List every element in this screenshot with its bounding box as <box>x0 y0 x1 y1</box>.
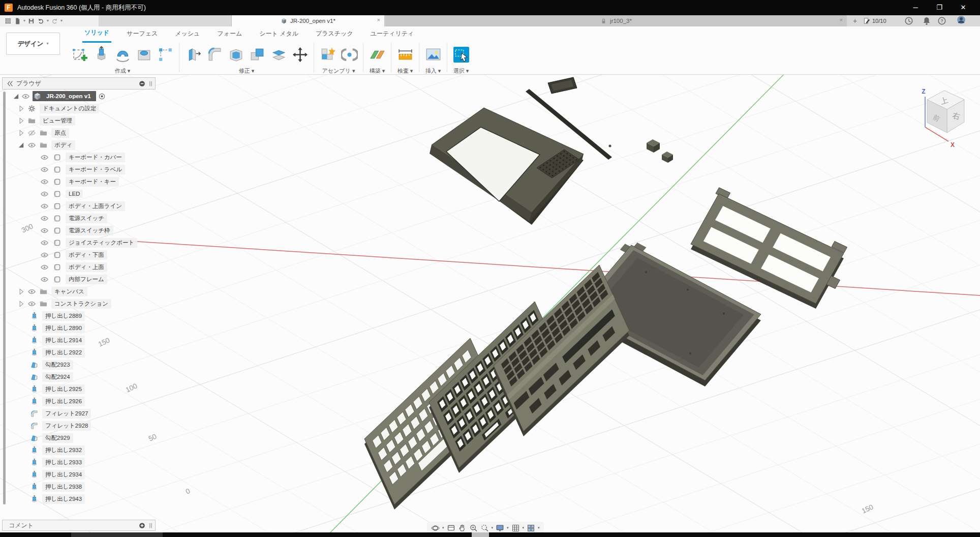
eye-icon[interactable] <box>41 178 48 186</box>
expand-icon[interactable] <box>17 300 25 308</box>
viewcube[interactable]: 上右前ZX <box>922 88 964 148</box>
expand-icon[interactable] <box>17 141 25 149</box>
tree-row[interactable]: コンストラクション <box>2 297 156 310</box>
tool-joint-icon[interactable] <box>339 43 359 66</box>
tool-shell-icon[interactable] <box>226 43 246 66</box>
tree-row[interactable]: フィレット2928 <box>2 420 156 432</box>
tree-row[interactable]: キーボード・カバー <box>2 151 156 163</box>
tree-row[interactable]: ジョイスティックポート <box>2 236 156 249</box>
tree-row[interactable]: 押し出し2943 <box>2 493 156 505</box>
tool-pattern-icon[interactable] <box>155 43 175 66</box>
ribbon-tab-ソリッド[interactable]: ソリッド <box>82 26 111 43</box>
chevron-down-icon[interactable]: ▾ <box>60 18 63 23</box>
tool-new-component-icon[interactable] <box>318 43 338 66</box>
tree-row[interactable]: ビュー管理 <box>2 114 156 127</box>
tree-row[interactable]: キーボード・キー <box>2 175 156 188</box>
viewports-icon[interactable] <box>527 524 535 532</box>
ribbon-group-label[interactable]: 構築 ▾ <box>370 67 385 75</box>
tree-row[interactable]: キーボード・ラベル <box>2 163 156 175</box>
browser-panel-header[interactable]: ブラウザ <box>2 77 156 90</box>
tree-row[interactable]: LED <box>2 188 156 200</box>
circle-plus-icon[interactable] <box>139 522 145 529</box>
tool-offset-face-icon[interactable] <box>268 43 289 66</box>
avatar[interactable] <box>957 15 967 26</box>
tab-jr100[interactable]: jr100_3* × <box>385 15 847 26</box>
grip-icon[interactable] <box>147 80 154 87</box>
chevron-down-icon[interactable]: ▾ <box>442 525 444 530</box>
tree-row[interactable]: 押し出し2926 <box>2 395 156 407</box>
tree-row[interactable]: 勾配2924 <box>2 371 156 383</box>
tree-row[interactable]: 勾配2923 <box>2 359 156 371</box>
tool-press-pull-icon[interactable] <box>183 43 203 66</box>
tool-hole-icon[interactable] <box>134 43 154 66</box>
tree-row[interactable]: 押し出し2925 <box>2 383 156 395</box>
tool-canvas-icon[interactable] <box>423 43 443 66</box>
close-tab-icon[interactable]: × <box>840 17 843 23</box>
eye-icon[interactable] <box>41 227 48 234</box>
tree-row[interactable]: 内部フレーム <box>2 273 156 285</box>
tree-row[interactable]: ボディ・下面 <box>2 249 156 261</box>
chevron-down-icon[interactable]: ▾ <box>523 525 525 530</box>
chevrons-left-icon[interactable] <box>7 80 13 87</box>
tool-move-icon[interactable] <box>290 43 310 66</box>
eye-icon[interactable] <box>28 300 36 308</box>
tree-row[interactable]: ボディ・上面 <box>2 261 156 273</box>
tool-combine-icon[interactable] <box>247 43 267 66</box>
eye-icon[interactable] <box>41 166 48 173</box>
tree-row[interactable]: JR-200_open v1 <box>2 90 156 102</box>
tree-row[interactable]: 押し出し2933 <box>2 456 156 468</box>
new-tab-button[interactable]: + <box>850 16 860 25</box>
tree-row[interactable]: ボディ・上面ライン <box>2 200 156 212</box>
tree-row[interactable]: ドキュメントの設定 <box>2 102 156 114</box>
eye-icon[interactable] <box>28 288 36 295</box>
tree-row[interactable]: 押し出し2889 <box>2 310 156 322</box>
ribbon-tab-フォーム[interactable]: フォーム <box>215 27 244 42</box>
eye-icon[interactable] <box>41 215 48 222</box>
chevron-down-icon[interactable]: ▾ <box>47 18 49 23</box>
tool-select-icon[interactable] <box>451 43 471 66</box>
eye-icon[interactable] <box>41 239 48 247</box>
tree-row[interactable]: キャンバス <box>2 285 156 297</box>
tree-row[interactable]: 電源スイッチ枠 <box>2 224 156 236</box>
comment-bar[interactable]: コメント <box>2 520 156 531</box>
tree-row[interactable]: 押し出し2890 <box>2 322 156 334</box>
expand-icon[interactable] <box>17 129 25 137</box>
restore-button[interactable]: ❐ <box>929 0 950 15</box>
chevron-down-icon[interactable]: ▾ <box>538 525 540 530</box>
undo-icon[interactable] <box>37 17 45 25</box>
eye-icon[interactable] <box>28 141 36 149</box>
tree-row[interactable]: 押し出し2932 <box>2 444 156 456</box>
ribbon-tab-プラスチック[interactable]: プラスチック <box>314 27 355 42</box>
ribbon-group-label[interactable]: 挿入 ▾ <box>425 67 441 75</box>
redo-icon[interactable] <box>51 17 58 25</box>
tab-jr200-open[interactable]: JR-200_open v1* × <box>231 15 385 26</box>
display-settings-icon[interactable] <box>496 524 504 532</box>
tree-row[interactable]: 押し出し2914 <box>2 334 156 346</box>
browser-scrollbar[interactable] <box>3 92 6 504</box>
fit-icon[interactable] <box>480 524 489 532</box>
close-tab-icon[interactable]: × <box>377 17 380 23</box>
tree-row[interactable]: 押し出し2938 <box>2 481 156 493</box>
tree-row[interactable]: 原点 <box>2 127 156 139</box>
job-status-badge[interactable]: 10/10 <box>863 15 886 26</box>
ribbon-group-label[interactable]: アセンブリ ▾ <box>322 67 355 75</box>
eye-icon[interactable] <box>28 129 36 137</box>
eye-icon[interactable] <box>41 154 48 161</box>
tool-create-sketch-icon[interactable] <box>70 43 90 66</box>
selected-node[interactable]: JR-200_open v1 <box>33 91 96 101</box>
ribbon-tab-サーフェス[interactable]: サーフェス <box>125 27 160 42</box>
eye-icon[interactable] <box>41 202 48 210</box>
minimize-button[interactable]: ─ <box>905 0 926 15</box>
circle-minus-icon[interactable] <box>139 80 145 87</box>
clock-icon[interactable] <box>904 16 913 25</box>
app-grid-icon[interactable] <box>4 17 12 25</box>
activate-radio-icon[interactable] <box>98 93 106 100</box>
workspace-selector[interactable]: デザイン ▾ <box>6 33 60 55</box>
eye-icon[interactable] <box>41 251 48 259</box>
ribbon-tab-シート メタル[interactable]: シート メタル <box>257 27 300 42</box>
tree-row[interactable]: 勾配2929 <box>2 432 156 444</box>
expand-icon[interactable] <box>12 93 20 100</box>
eye-icon[interactable] <box>41 190 48 198</box>
orbit-icon[interactable] <box>431 524 440 532</box>
ribbon-group-label[interactable]: 選択 ▾ <box>453 67 469 75</box>
